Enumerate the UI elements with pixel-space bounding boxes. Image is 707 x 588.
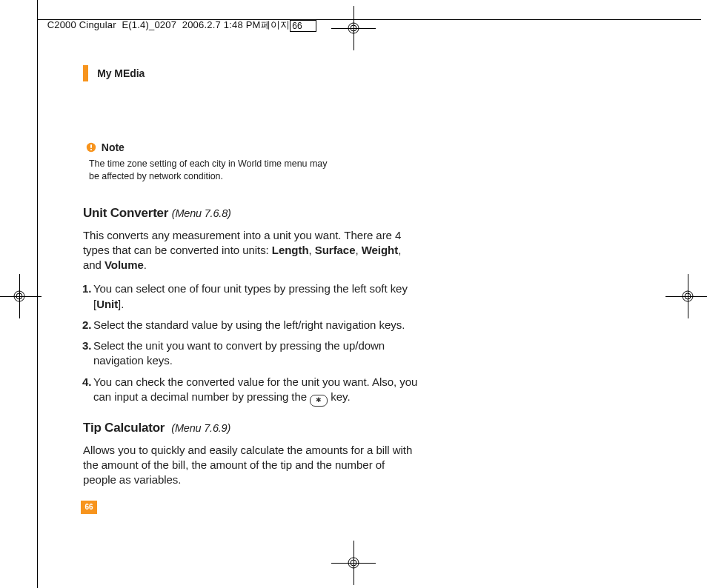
registration-mark-top: [331, 6, 376, 50]
page-content: My MEdia Note The time zone setting of e…: [83, 65, 418, 497]
running-head: My MEdia: [83, 65, 418, 84]
note-body: The time zone setting of each city in Wo…: [86, 158, 331, 183]
svg-point-2: [90, 149, 92, 150]
unit-type-weight: Weight: [362, 244, 398, 256]
crop-line-left: [37, 0, 38, 588]
unit-step-1: You can select one of four unit types by…: [83, 281, 418, 312]
registration-mark-right: [665, 274, 707, 318]
running-head-bar: [83, 65, 88, 81]
note-icon: [86, 142, 96, 153]
section-heading-tip-calculator: Tip Calculator (Menu 7.6.9): [83, 420, 418, 437]
tip-body: Allows you to quickly and easily calcula…: [83, 443, 418, 488]
tip-title: Tip Calculator: [83, 421, 165, 435]
unit-menu-ref: (Menu 7.6.8): [172, 207, 231, 219]
note-block: Note The time zone setting of each city …: [83, 141, 418, 183]
page-number: 66: [81, 501, 97, 514]
unit-step-2: Select the standard value by using the l…: [83, 318, 418, 333]
note-heading: Note: [86, 141, 418, 155]
tip-menu-ref: (Menu 7.6.9): [171, 422, 230, 434]
unit-step-4: You can check the converted value for th…: [83, 375, 418, 407]
unit-step-3: Select the unit you want to convert by p…: [83, 338, 418, 369]
slug-line: C2000 Cingular E(1.4)_0207 2006.2.7 1:48…: [42, 7, 316, 32]
registration-mark-bottom: [331, 541, 376, 585]
registration-mark-left: [0, 274, 42, 318]
running-head-title: My MEdia: [91, 67, 145, 81]
unit-type-length: Length: [272, 244, 309, 256]
unit-intro: This converts any measurement into a uni…: [83, 228, 418, 273]
unit-type-volume: Volume: [104, 258, 144, 271]
unit-type-surface: Surface: [315, 244, 356, 256]
unit-title: Unit Converter: [83, 206, 168, 220]
section-heading-unit-converter: Unit Converter (Menu 7.6.8): [83, 205, 418, 222]
svg-rect-1: [90, 144, 92, 148]
slug-page-label: 페이지: [261, 19, 291, 30]
note-label: Note: [102, 141, 125, 153]
unit-steps: You can select one of four unit types by…: [83, 281, 418, 407]
slug-doc: C2000 Cingular E(1.4)_0207 2006.2.7 1:48…: [47, 19, 261, 30]
star-key-icon: ✱: [310, 395, 328, 407]
slug-page-number: 66: [290, 20, 316, 32]
